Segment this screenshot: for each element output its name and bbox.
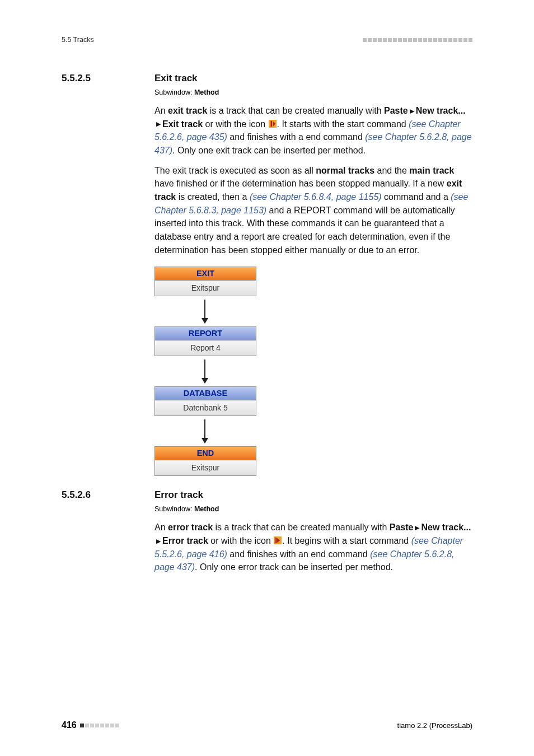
- diagram-box-body: Exitspur: [155, 280, 256, 296]
- svg-rect-1: [270, 121, 272, 127]
- paragraph: An exit track is a track that can be cre…: [154, 104, 472, 157]
- section-number: 5.5.2.6: [62, 489, 140, 501]
- diagram-box-report: REPORT Report 4: [154, 326, 256, 356]
- section-exit-track-body: Subwindow: Method An exit track is a tra…: [154, 88, 472, 476]
- diagram-box-end: END Exitspur: [154, 446, 256, 476]
- subwindow-label: Subwindow:: [154, 505, 192, 513]
- diagram-box-database: DATABASE Datenbank 5: [154, 386, 256, 416]
- footer-decor: [80, 724, 119, 727]
- diagram-arrow: [154, 416, 255, 446]
- section-error-track-body: Subwindow: Method An error track is a tr…: [154, 505, 472, 574]
- flow-diagram: EXIT Exitspur REPORT Report 4 DATABASE D…: [154, 267, 472, 476]
- section-error-track-heading: 5.5.2.6 Error track: [62, 489, 472, 501]
- cross-reference[interactable]: (see Chapter 5.6.8.4, page 1155): [250, 192, 382, 202]
- subwindow-value: Method: [194, 505, 219, 513]
- diagram-box-head: END: [155, 447, 256, 460]
- paragraph: The exit track is executed as soon as al…: [154, 164, 472, 257]
- header-left: 5.5 Tracks: [62, 36, 94, 44]
- subwindow-line: Subwindow: Method: [154, 88, 472, 96]
- footer-left: 416: [62, 720, 119, 730]
- menu-separator-icon: ▶: [154, 119, 162, 129]
- svg-rect-3: [275, 538, 276, 544]
- section-number: 5.5.2.5: [62, 73, 140, 84]
- subwindow-line: Subwindow: Method: [154, 505, 472, 513]
- section-exit-track-heading: 5.5.2.5 Exit track: [62, 73, 472, 84]
- diagram-box-exit: EXIT Exitspur: [154, 267, 256, 296]
- menu-separator-icon: ▶: [154, 536, 162, 547]
- menu-separator-icon: ▶: [408, 106, 416, 116]
- section-title: Exit track: [154, 73, 198, 84]
- diagram-box-head: EXIT: [155, 267, 256, 280]
- diagram-box-body: Report 4: [155, 340, 256, 356]
- page-header: 5.5 Tracks: [62, 36, 472, 44]
- page: 5.5 Tracks 5.5.2.5 Exit track Subwindow:…: [0, 0, 534, 756]
- footer-right: tiamo 2.2 (ProcessLab): [397, 721, 472, 730]
- diagram-arrow: [154, 296, 255, 326]
- page-number: 416: [62, 720, 77, 730]
- diagram-arrow: [154, 356, 255, 386]
- diagram-box-head: DATABASE: [155, 387, 256, 400]
- menu-separator-icon: ▶: [413, 523, 421, 533]
- header-decor: [363, 38, 472, 42]
- subwindow-label: Subwindow:: [154, 88, 192, 96]
- diagram-box-body: Datenbank 5: [155, 400, 256, 416]
- diagram-box-head: REPORT: [155, 327, 256, 340]
- exit-track-icon: [269, 120, 277, 128]
- paragraph: An error track is a track that can be cr…: [154, 521, 472, 574]
- subwindow-value: Method: [194, 88, 219, 96]
- page-footer: 416 tiamo 2.2 (ProcessLab): [62, 720, 472, 730]
- error-track-icon: [274, 536, 282, 544]
- diagram-box-body: Exitspur: [155, 460, 256, 475]
- section-title: Error track: [154, 489, 203, 501]
